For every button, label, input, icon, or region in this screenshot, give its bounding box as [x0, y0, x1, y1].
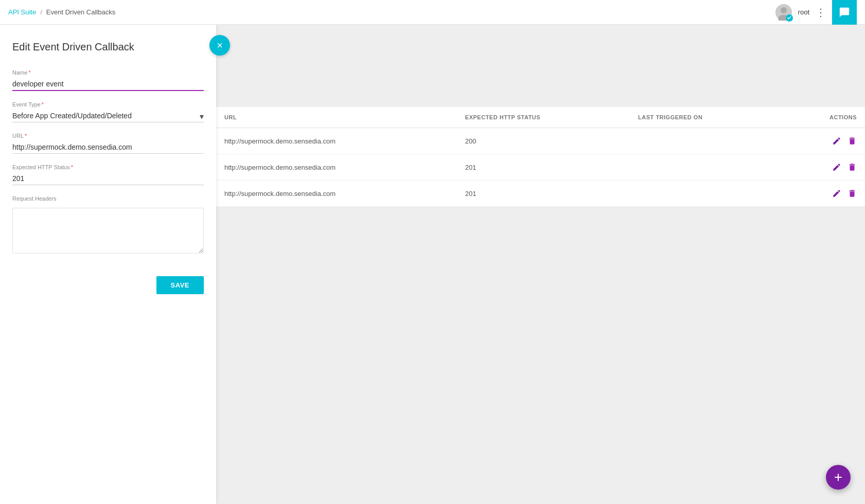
delete-icon — [848, 189, 857, 198]
table-body: http://supermock.demo.sensedia.com 200 h… — [216, 128, 865, 207]
event-type-label: Event Type* — [12, 101, 204, 107]
event-type-field-group: Event Type* Before App Created/Updated/D… — [12, 101, 204, 122]
close-button[interactable]: × — [209, 35, 230, 56]
http-status-field-group: Expected HTTP Status* — [12, 164, 204, 185]
row-last-triggered — [630, 154, 783, 181]
http-status-label: Expected HTTP Status* — [12, 164, 204, 170]
row-url: http://supermock.demo.sensedia.com — [216, 154, 457, 181]
col-http-status-header: EXPECTED HTTP STATUS — [457, 107, 630, 128]
table-row: http://supermock.demo.sensedia.com 201 — [216, 181, 865, 207]
edit-row-button[interactable] — [832, 189, 841, 198]
topnav: API Suite / Event Driven Callbacks root … — [0, 0, 865, 25]
gray-top-area — [216, 25, 865, 107]
breadcrumb-api-suite-link[interactable]: API Suite — [8, 8, 36, 16]
table-row: http://supermock.demo.sensedia.com 201 — [216, 154, 865, 181]
col-last-triggered-header: LAST TRIGGERED ON — [630, 107, 783, 128]
delete-row-button[interactable] — [848, 163, 857, 172]
chat-icon — [839, 7, 850, 18]
breadcrumb: API Suite / Event Driven Callbacks — [8, 8, 115, 16]
row-actions — [783, 154, 865, 181]
avatar — [775, 4, 792, 21]
edit-row-button[interactable] — [832, 136, 841, 146]
callbacks-table: URL EXPECTED HTTP STATUS LAST TRIGGERED … — [216, 107, 865, 207]
row-http-status: 200 — [457, 128, 630, 154]
row-http-status: 201 — [457, 154, 630, 181]
delete-row-button[interactable] — [848, 136, 857, 146]
col-url-header: URL — [216, 107, 457, 128]
delete-icon — [848, 163, 857, 172]
delete-icon — [848, 136, 857, 146]
topnav-right: root ⋮ — [775, 0, 857, 25]
svg-point-1 — [781, 7, 787, 13]
table-header-row: URL EXPECTED HTTP STATUS LAST TRIGGERED … — [216, 107, 865, 128]
name-label: Name* — [12, 69, 204, 76]
save-button[interactable]: SAVE — [156, 276, 204, 294]
request-headers-field-group: Request Headers — [12, 195, 204, 256]
row-http-status: 201 — [457, 181, 630, 207]
verified-badge — [786, 14, 793, 22]
request-headers-textarea[interactable] — [12, 208, 204, 254]
name-input[interactable] — [12, 78, 204, 91]
callbacks-table-container: URL EXPECTED HTTP STATUS LAST TRIGGERED … — [216, 107, 865, 207]
breadcrumb-separator: / — [40, 8, 42, 16]
name-field-group: Name* — [12, 69, 204, 91]
row-actions — [783, 181, 865, 207]
edit-panel: Edit Event Driven Callback Name* Event T… — [0, 25, 216, 504]
url-label: URL* — [12, 133, 204, 139]
row-actions — [783, 128, 865, 154]
event-type-select[interactable]: Before App Created/Updated/Deleted After… — [12, 110, 204, 122]
edit-row-button[interactable] — [832, 163, 841, 172]
table-row: http://supermock.demo.sensedia.com 200 — [216, 128, 865, 154]
table-header: URL EXPECTED HTTP STATUS LAST TRIGGERED … — [216, 107, 865, 128]
panel-title: Edit Event Driven Callback — [12, 41, 204, 53]
col-actions-header: ACTIONS — [783, 107, 865, 128]
chat-button[interactable] — [832, 0, 857, 25]
row-last-triggered — [630, 181, 783, 207]
request-headers-label: Request Headers — [12, 195, 204, 202]
main-layout: Edit Event Driven Callback Name* Event T… — [0, 25, 865, 504]
event-type-select-wrapper: Before App Created/Updated/Deleted After… — [12, 110, 204, 122]
url-input[interactable] — [12, 141, 204, 154]
check-icon — [787, 15, 791, 20]
url-field-group: URL* — [12, 133, 204, 154]
gray-bottom-area — [216, 207, 865, 504]
edit-icon — [832, 189, 841, 198]
more-options-button[interactable]: ⋮ — [816, 6, 826, 19]
http-status-input[interactable] — [12, 172, 204, 185]
row-url: http://supermock.demo.sensedia.com — [216, 181, 457, 207]
right-panel: URL EXPECTED HTTP STATUS LAST TRIGGERED … — [216, 25, 865, 504]
add-callback-fab[interactable]: + — [826, 465, 851, 490]
user-name-label: root — [798, 8, 809, 16]
edit-icon — [832, 163, 841, 172]
row-last-triggered — [630, 128, 783, 154]
edit-icon — [832, 136, 841, 146]
breadcrumb-current: Event Driven Callbacks — [46, 8, 115, 16]
delete-row-button[interactable] — [848, 189, 857, 198]
row-url: http://supermock.demo.sensedia.com — [216, 128, 457, 154]
